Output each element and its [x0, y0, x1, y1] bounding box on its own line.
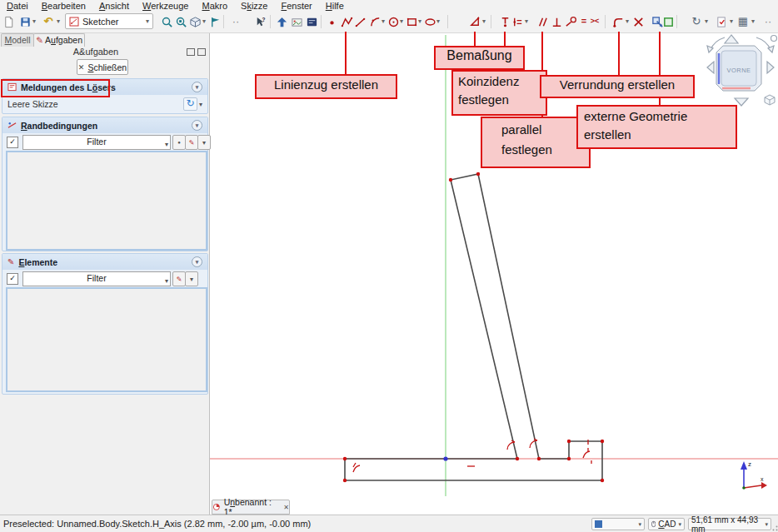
menu-bearbeiten[interactable]: Bearbeiten — [35, 0, 92, 12]
nav-arrow-right[interactable] — [767, 62, 774, 73]
zoom-selection-icon[interactable] — [173, 14, 188, 29]
vertical-constraint-dropdown-icon[interactable]: ▾ — [523, 17, 530, 26]
elements-section-header[interactable]: ✎ Elemente ▾ — [2, 254, 207, 270]
trim-edge-icon[interactable] — [631, 14, 646, 29]
toolbar-overflow2-icon[interactable]: ·· — [761, 14, 776, 29]
isometric-view-icon[interactable] — [207, 14, 222, 29]
elements-filter-checkbox[interactable]: ✓ — [7, 273, 18, 285]
section-elements: ✎ Elemente ▾ ✓ Filter▾ ✎ ▾ — [2, 253, 208, 395]
freecad-window: Datei Bearbeiten Ansicht Werkzeuge Makro… — [0, 0, 778, 532]
nav-dropdown-icon: ▾ — [678, 521, 681, 528]
callout-verrundung: Verrundung erstellen — [540, 75, 695, 98]
solver-refresh-icon[interactable]: ↻ — [183, 97, 197, 111]
nav-arrow-left[interactable] — [707, 62, 714, 73]
create-point-icon[interactable] — [324, 14, 339, 29]
elements-settings-button[interactable]: ✎ — [172, 271, 186, 286]
constrain-symmetric-icon[interactable]: >< — [587, 14, 602, 29]
panel-title: A&ufgaben — [25, 47, 167, 57]
mini-cube-icon[interactable] — [765, 95, 775, 105]
draw-style-dropdown-icon[interactable]: ▾ — [201, 17, 207, 26]
tab-close-icon[interactable]: ✕ — [283, 504, 289, 511]
callout-linienzug: Linienzug erstellen — [255, 74, 397, 99]
solver-status: Leere Skizze — [7, 99, 58, 109]
image-view-icon[interactable] — [289, 14, 304, 29]
menu-bar: Datei Bearbeiten Ansicht Werkzeuge Makro… — [0, 0, 778, 12]
axis-indicator: z x — [726, 458, 768, 493]
tab-modell[interactable]: Modell — [1, 33, 34, 47]
main-toolbar: ▾ ↶ ▾ Sketcher ▾ ▾ ·· ? ▾ ▾ ▾ ▾ — [0, 12, 778, 33]
origin-point[interactable] — [443, 456, 447, 460]
new-file-icon[interactable] — [1, 14, 16, 29]
constraints-collapse-icon[interactable]: ▾ — [192, 120, 202, 131]
constrain-parallel-icon[interactable] — [534, 14, 549, 29]
preselect-status: Preselected: Unnamed.Body.Sketch.H_Axis … — [3, 519, 311, 529]
scene-inspector-icon[interactable] — [304, 14, 319, 29]
svg-text:?: ? — [262, 16, 265, 22]
create-line-icon[interactable] — [352, 14, 367, 29]
macro-up-icon[interactable] — [274, 14, 289, 29]
resize-grip[interactable] — [772, 525, 778, 531]
tab-aufgaben[interactable]: ✎ Aufgaben — [33, 33, 85, 47]
callout-line-polyline — [345, 32, 347, 75]
toolbar-overflow-icon[interactable]: ·· — [228, 14, 243, 29]
nav-circle-icon[interactable] — [771, 36, 777, 42]
solver-collapse-icon[interactable]: ▾ — [192, 82, 202, 92]
view-size-combo[interactable]: 51,61 mm x 44,93 mm ▾ — [688, 518, 771, 530]
validate-sketch-icon[interactable] — [714, 14, 729, 29]
constraints-filter-combo[interactable]: Filter▾ — [22, 135, 171, 150]
grid-icon[interactable]: ▦ — [736, 14, 751, 29]
dock-icon[interactable] — [187, 48, 195, 56]
workbench-dropdown-icon: ▾ — [146, 17, 149, 25]
sketch-vertices[interactable] — [343, 172, 604, 482]
fillet-dropdown-icon[interactable]: ▾ — [624, 17, 631, 26]
undo-dropdown-icon[interactable]: ▾ — [55, 17, 62, 26]
elements-menu-button[interactable]: ▾ — [185, 271, 198, 286]
dimension-dropdown-icon[interactable]: ▾ — [481, 17, 487, 26]
menu-skizze[interactable]: Skizze — [234, 0, 274, 12]
solver-refresh-dropdown-icon[interactable]: ▾ — [199, 101, 202, 108]
conic-dropdown-icon[interactable]: ▾ — [435, 17, 441, 26]
constraints-list[interactable] — [6, 151, 207, 251]
menu-fenster[interactable]: Fenster — [274, 0, 318, 12]
unit-system-combo[interactable]: ▾ — [591, 518, 645, 530]
undo-icon[interactable]: ↶ — [41, 14, 56, 29]
menu-hilfe[interactable]: Hilfe — [319, 0, 351, 12]
close-task-button[interactable]: ✕ Schließen — [77, 59, 128, 75]
elements-filter-combo[interactable]: Filter▾ — [22, 271, 171, 286]
nav-cube-label: VORNE — [726, 67, 751, 74]
float-icon[interactable] — [197, 48, 206, 56]
whats-this-icon[interactable]: ? — [252, 14, 267, 29]
section-constraints: Randbedingungen ▾ ✓ Filter▾ ● ✎ ▾ — [2, 117, 208, 251]
constraints-show-button[interactable]: ● — [172, 135, 186, 150]
constraints-section-header[interactable]: Randbedingungen ▾ — [2, 117, 207, 133]
sketch-profile[interactable] — [345, 174, 602, 480]
validate-dropdown-icon[interactable]: ▾ — [728, 17, 735, 26]
nav-style-combo[interactable]: CAD ▾ — [648, 518, 685, 530]
workbench-selector[interactable]: Sketcher ▾ — [65, 13, 153, 29]
orientation-dropdown-icon[interactable]: ▾ — [703, 17, 710, 26]
status-bar: Preselected: Unnamed.Body.Sketch.H_Axis … — [0, 515, 778, 532]
close-icon: ✕ — [78, 63, 85, 72]
elements-collapse-icon[interactable]: ▾ — [192, 256, 202, 267]
menu-datei[interactable]: Datei — [0, 0, 35, 12]
callout-line-fillet — [618, 32, 620, 76]
menu-werkzeuge[interactable]: Werkzeuge — [136, 0, 195, 12]
constrain-perpendicular-icon[interactable] — [549, 14, 564, 29]
navigation-cube[interactable]: VORNE — [702, 34, 778, 113]
save-dropdown-icon[interactable]: ▾ — [31, 17, 37, 26]
carbon-copy-icon[interactable] — [661, 14, 676, 29]
constraints-menu-button[interactable]: ▾ — [197, 135, 211, 150]
elements-list[interactable] — [6, 287, 207, 392]
document-tab[interactable]: Unbenannt : 1* ✕ — [212, 500, 290, 515]
orientation-icon[interactable]: ↻ — [689, 14, 704, 29]
constraints-settings-button[interactable]: ✎ — [185, 135, 198, 150]
zoom-fit-icon[interactable] — [159, 14, 174, 29]
constraint-glyphs — [353, 439, 591, 472]
grid-dropdown-icon[interactable]: ▾ — [750, 17, 756, 26]
constraints-filter-checkbox[interactable]: ✓ — [7, 137, 18, 148]
menu-ansicht[interactable]: Ansicht — [92, 0, 136, 12]
filter-dropdown-icon2: ▾ — [165, 275, 168, 287]
menu-makro[interactable]: Makro — [195, 0, 234, 12]
workbench-name: Sketcher — [82, 17, 118, 27]
nav-arrow-up[interactable] — [725, 35, 738, 43]
